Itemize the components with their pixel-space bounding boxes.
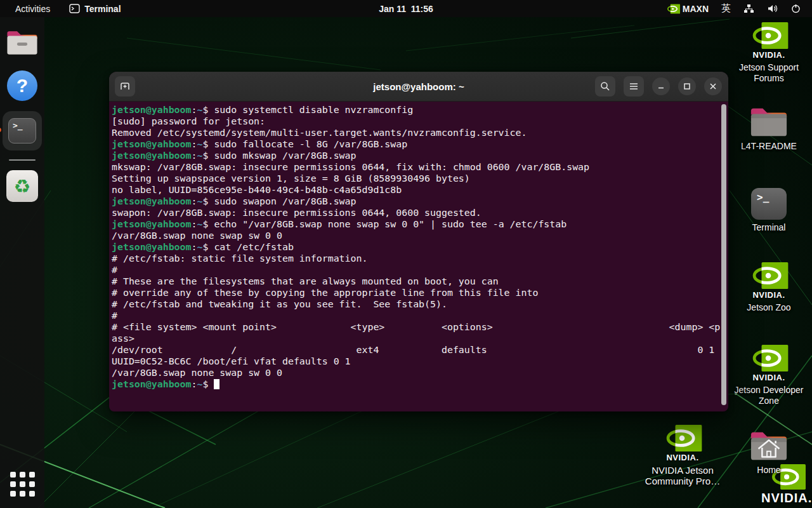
dock-item-help[interactable]: ?: [4, 68, 40, 104]
trash-icon: ♻: [6, 170, 38, 202]
nvidia-logo-icon: [749, 344, 789, 372]
terminal-line: jetson@yahboom:~$: [112, 378, 728, 390]
nvidia-eye-icon: [666, 4, 680, 14]
dock-item-terminal[interactable]: >_: [3, 111, 42, 150]
nvidia-logo-icon: [749, 262, 789, 290]
desktop-icon-l4t-readme[interactable]: L4T-README: [740, 105, 798, 152]
power-mode-label: MAXN: [683, 4, 709, 14]
top-bar: Activities Terminal Jan 11 11:56 MAXN 英: [0, 0, 812, 17]
terminal-line: jetson@yahboom:~$ sudo swapon /var/8GB.s…: [112, 196, 728, 207]
terminal-line: # /etc/fstab: static file system informa…: [112, 253, 728, 264]
volume-icon[interactable]: [767, 4, 778, 13]
desktop-icon-nvidia-jetson-community[interactable]: NVIDIA. NVIDIA Jetson Community Pro…: [634, 424, 731, 486]
terminal-icon: >_: [8, 118, 36, 144]
terminal-line: /var/8GB.swap none swap sw 0 0: [112, 367, 728, 378]
folder-icon: [749, 105, 789, 138]
terminal-line: jetson@yahboom:~$ echo "/var/8GB.swap no…: [112, 218, 728, 230]
icon-label: Jetson Developer Zone: [731, 385, 807, 406]
show-applications-button[interactable]: [7, 469, 37, 499]
maximize-button[interactable]: [678, 77, 696, 95]
desktop-screen: Activities Terminal Jan 11 11:56 MAXN 英: [0, 0, 812, 508]
terminal-line: [sudo] password for jetson:: [112, 116, 728, 127]
terminal-line: # override any of these by copying the a…: [112, 287, 728, 298]
terminal-line: swapon: /var/8GB.swap: insecure permissi…: [112, 207, 728, 218]
terminal-body[interactable]: jetson@yahboom:~$ sudo systemctl disable…: [109, 102, 728, 411]
terminal-line: mkswap: /var/8GB.swap: insecure permissi…: [112, 161, 728, 173]
close-icon: [709, 83, 717, 90]
icon-label: Jetson Support Forums: [737, 62, 801, 84]
terminal-line: /var/8GB.swap none swap sw 0 0: [112, 230, 728, 241]
terminal-scrollbar[interactable]: [721, 104, 726, 405]
icon-label: Home: [757, 465, 780, 476]
nvidia-wordmark: NVIDIA.: [752, 290, 785, 300]
desktop-icon-jetson-developer-zone[interactable]: NVIDIA. Jetson Developer Zone: [731, 344, 807, 406]
maximize-icon: [683, 83, 691, 90]
desktop-icon-jetson-support-forums[interactable]: NVIDIA. Jetson Support Forums: [737, 22, 801, 84]
files-folder-icon: [6, 29, 39, 57]
terminal-line: jetson@yahboom:~$ sudo systemctl disable…: [112, 104, 728, 116]
terminal-line: Removed /etc/systemd/system/multi-user.t…: [112, 127, 728, 138]
new-tab-button[interactable]: [115, 76, 135, 97]
icon-label: NVIDIA Jetson Community Pro…: [634, 465, 731, 486]
menu-button[interactable]: [624, 76, 644, 97]
dock-separator: [9, 159, 36, 161]
hamburger-icon: [629, 82, 639, 91]
icon-label: Terminal: [752, 222, 786, 233]
nvidia-wordmark: NVIDIA.: [666, 453, 698, 462]
terminal-line: jetson@yahboom:~$ sudo fallocate -l 8G /…: [112, 138, 728, 150]
running-indicator-dot: [0, 128, 1, 132]
terminal-line: jetson@yahboom:~$ cat /etc/fstab: [112, 241, 728, 253]
desktop-icon-terminal[interactable]: >_ Terminal: [740, 188, 798, 233]
terminal-app-icon: [69, 4, 80, 13]
focused-app-menu[interactable]: Terminal: [69, 4, 121, 14]
terminal-line: # /etc/fstab and tweaking it as you see …: [112, 298, 728, 310]
nvidia-logo-icon: [663, 424, 702, 452]
power-icon[interactable]: [791, 4, 801, 13]
desktop-icon-home[interactable]: Home: [740, 429, 798, 476]
nvidia-wordmark: NVIDIA.: [752, 50, 785, 60]
terminal-icon: >_: [751, 188, 787, 220]
house-icon: [749, 429, 789, 462]
minimize-icon: [657, 83, 665, 90]
terminal-line: #: [112, 310, 728, 321]
nvidia-logo-icon: [749, 22, 789, 50]
terminal-line: UUID=0C52-BC6C /boot/efi vfat defaults 0…: [112, 356, 728, 367]
terminal-line: jetson@yahboom:~$ sudo mkswap /var/8GB.s…: [112, 150, 728, 161]
search-icon: [600, 81, 610, 91]
nvidia-wordmark: NVIDIA.: [752, 373, 785, 382]
desktop-icon-jetson-zoo[interactable]: NVIDIA. Jetson Zoo: [737, 262, 801, 313]
terminal-cursor: [214, 379, 219, 389]
power-mode-indicator[interactable]: MAXN: [666, 4, 709, 14]
help-icon: ?: [7, 70, 37, 101]
nvidia-wordmark: NVIDIA.: [761, 491, 812, 505]
icon-label: Jetson Zoo: [747, 302, 790, 313]
terminal-window: jetson@yahboom: ~: [109, 72, 728, 411]
focused-app-name: Terminal: [84, 4, 121, 14]
network-icon[interactable]: [743, 4, 754, 13]
terminal-line: /dev/root / ext4 defaults 0 1: [112, 344, 728, 356]
minimize-button[interactable]: [652, 77, 670, 95]
dock-item-trash[interactable]: ♻: [4, 168, 40, 204]
terminal-line: ass>: [112, 333, 728, 344]
window-titlebar[interactable]: jetson@yahboom: ~: [109, 72, 728, 102]
activities-button[interactable]: Activities: [13, 3, 53, 15]
search-button[interactable]: [595, 76, 615, 97]
terminal-line: no label, UUID=856ce95e-b440-49c4-b48b-c…: [112, 184, 728, 196]
terminal-output: jetson@yahboom:~$ sudo systemctl disable…: [112, 104, 728, 390]
dock: ? >_ ♻: [0, 17, 44, 508]
terminal-line: # <file system> <mount point> <type> <op…: [112, 321, 728, 333]
dock-item-files[interactable]: [4, 25, 40, 60]
terminal-line: #: [112, 264, 728, 276]
input-language-indicator[interactable]: 英: [721, 3, 731, 15]
terminal-line: # These are the filesystems that are alw…: [112, 276, 728, 287]
terminal-line: Setting up swapspace version 1, size = 8…: [112, 173, 728, 184]
icon-label: L4T-README: [741, 141, 797, 152]
close-button[interactable]: [704, 77, 722, 95]
